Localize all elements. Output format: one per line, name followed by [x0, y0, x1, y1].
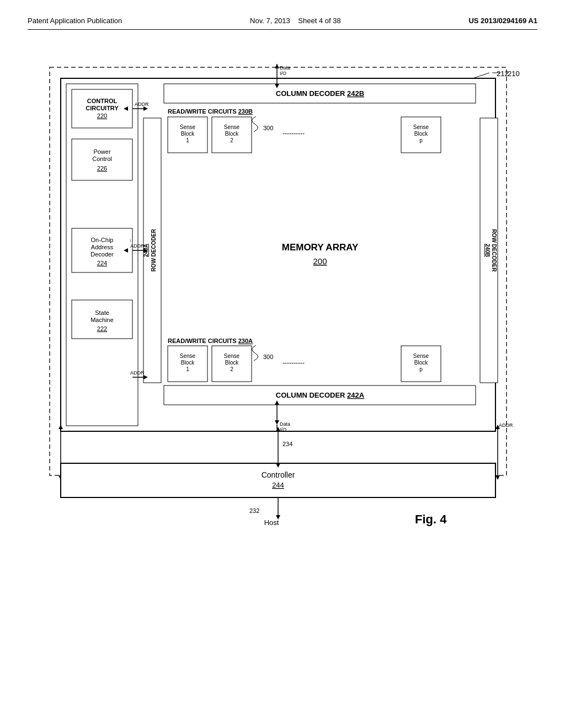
left-bus-arrowhead-down — [58, 475, 63, 480]
sb-bot-p-l1: Sense — [413, 353, 429, 359]
sb-top-1-l1: Sense — [180, 124, 196, 130]
controller-box — [61, 463, 495, 497]
sb-bot-p-l3: p — [419, 366, 423, 372]
row-dec-right — [480, 118, 498, 383]
ctrl-circuitry-label2: CIRCUITRY — [86, 105, 119, 111]
state-machine-label2: Machine — [90, 317, 114, 323]
addr-label-bot: ADDR — [130, 370, 145, 376]
on-chip-ref: 224 — [97, 260, 107, 266]
memory-array-label: MEMORY ARRAY — [282, 242, 359, 253]
diagram-svg: 212 210 CONTROL CIRCUITRY 220 Power Cont… — [40, 46, 525, 526]
controller-label: Controller — [262, 470, 295, 479]
header-center: Nov. 7, 2013 Sheet 4 of 38 — [250, 17, 341, 25]
on-chip-label2: Address — [91, 244, 114, 250]
arrow-234-down — [276, 463, 280, 468]
sb-top-p-l1: Sense — [413, 124, 429, 130]
col-dec-bot — [164, 386, 476, 405]
inner-box-212 — [61, 78, 495, 431]
sb-top-p-l3: p — [419, 137, 423, 143]
sb-bot-1-l3: 1 — [186, 366, 189, 372]
host-label: Host — [264, 518, 279, 526]
addr-right-arrowhead — [495, 475, 500, 480]
sb-top-p-l2: Block — [414, 131, 428, 137]
dots-bot: ---------- — [282, 359, 305, 367]
sb-bot-2-l1: Sense — [224, 353, 240, 359]
arrow-down-top — [275, 84, 279, 88]
row-dec-right-ref: 240B — [484, 244, 491, 257]
power-ctrl-ref: 226 — [97, 165, 107, 172]
state-machine-box — [72, 300, 132, 339]
brace-top — [252, 116, 258, 132]
sense-block-bot-2 — [212, 346, 252, 382]
ctrl-circuitry-ref: 220 — [97, 113, 107, 119]
addr-arrowhead-bot — [143, 375, 148, 379]
sb-bot-2-l2: Block — [225, 360, 239, 366]
arrow-up-bot — [275, 400, 279, 405]
addr-label-mid: ADDR — [130, 243, 145, 249]
label-210: 210 — [508, 69, 520, 78]
data-io-bot-label2: I/O — [280, 427, 286, 432]
ref-300-bot: 300 — [263, 354, 273, 360]
sb-top-2-l1: Sense — [224, 124, 240, 130]
ctrl-circuitry-label1: CONTROL — [87, 98, 118, 104]
header-left: Patent Application Publication — [28, 17, 122, 25]
sense-block-bot-1 — [168, 346, 207, 382]
fig-label: Fig. 4 — [415, 512, 447, 526]
data-io-top-label2: I/O — [280, 71, 286, 76]
header-date: Nov. 7, 2013 — [250, 17, 290, 25]
memory-array-ref: 200 — [313, 256, 327, 266]
addr-arrowhead-mid — [124, 248, 128, 253]
outer-box-210 — [50, 67, 507, 475]
sb-top-2-l2: Block — [225, 131, 239, 137]
sb-top-1-l3: 1 — [186, 137, 189, 143]
header-sheet: Sheet 4 of 38 — [298, 17, 340, 25]
dots-top: ---------- — [282, 130, 305, 137]
state-machine-ref: 222 — [97, 325, 107, 332]
on-chip-label3: Decoder — [90, 251, 114, 258]
col-dec-top — [164, 84, 476, 103]
data-io-bot-label1: Data — [280, 421, 290, 427]
header-right: US 2013/0294169 A1 — [468, 17, 537, 25]
addr-arrowhead-top — [143, 106, 148, 111]
arrow-212 — [473, 73, 489, 78]
addr-right-arrowhead2 — [495, 425, 500, 429]
arrow-up-top — [275, 64, 279, 68]
left-panel — [66, 84, 138, 426]
addr-arrowhead-top2 — [124, 106, 128, 111]
rw-top-label-box — [164, 106, 476, 116]
arrow-down-bot — [275, 420, 279, 425]
sb-bot-p-l2: Block — [414, 360, 428, 366]
controller-ref: 244 — [272, 481, 284, 489]
arrow-232-down — [276, 515, 280, 520]
power-ctrl-box — [72, 139, 132, 180]
arrow-234-up — [276, 427, 280, 431]
rw-bot-label: READ/WRITE CIRCUITS 230A — [168, 338, 253, 344]
row-dec-left-ref: 240A — [143, 244, 149, 257]
row-dec-right-label: ROW DECODER — [491, 229, 497, 272]
col-dec-top-label: COLUMN DECODER 242B — [276, 89, 364, 98]
addr-label-mid-t: ↑ — [129, 238, 131, 243]
sb-bot-1-l1: Sense — [180, 353, 196, 359]
data-io-top-label1: Data — [280, 65, 290, 71]
row-dec-left-label: ROW DECODER — [151, 229, 157, 272]
power-ctrl-label1: Power — [93, 148, 111, 155]
sense-block-bot-p — [401, 346, 441, 382]
addr-label-top: ADDR — [135, 101, 149, 107]
left-bus-arrowhead-up — [58, 425, 63, 429]
on-chip-label1: On-Chip — [91, 237, 114, 243]
addr-arrowhead-mid2 — [143, 248, 148, 253]
sense-block-top-2 — [212, 117, 252, 153]
rw-top-label: READ/WRITE CIRCUITS 230B — [168, 108, 253, 115]
power-ctrl-label2: Control — [92, 156, 111, 162]
label-212: 212 — [497, 69, 509, 78]
sense-block-top-1 — [168, 117, 207, 153]
col-dec-bot-label: COLUMN DECODER 242A — [276, 391, 365, 399]
state-machine-label1: State — [95, 309, 109, 316]
ctrl-circuitry-box — [72, 89, 132, 128]
brace-bot — [252, 345, 258, 361]
ref-234: 234 — [282, 441, 292, 447]
ref-300-top: 300 — [263, 125, 273, 131]
ref-232: 232 — [249, 507, 259, 514]
sb-bot-1-l2: Block — [181, 360, 195, 366]
sb-top-1-l2: Block — [181, 131, 195, 137]
